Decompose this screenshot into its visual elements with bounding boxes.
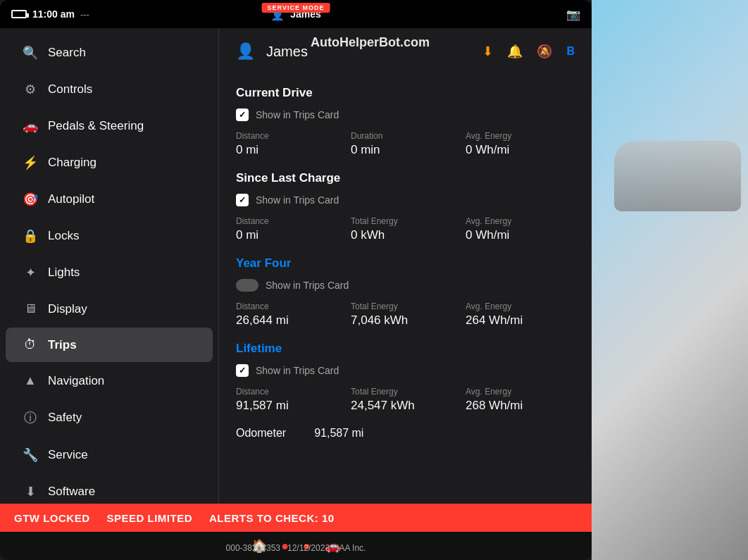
sidebar-label-pedals: Pedals & Steering — [48, 119, 144, 133]
download-icon: ⬇ — [482, 44, 493, 59]
current-drive-section: Current Drive Show in Trips Card Distanc… — [236, 86, 575, 157]
current-drive-checkbox[interactable] — [236, 108, 249, 121]
service-mode-badge: SERVICE MODE — [262, 3, 330, 13]
sidebar-label-controls: Controls — [48, 82, 92, 97]
yf-avg-energy-label: Avg. Energy — [466, 301, 575, 311]
year-four-toggle[interactable] — [236, 279, 258, 292]
slc-energy-value: 0 kWh — [351, 228, 460, 242]
sidebar-label-display: Display — [48, 302, 87, 316]
slc-avg-energy: Avg. Energy 0 Wh/mi — [466, 216, 575, 242]
yf-avg-energy: Avg. Energy 264 Wh/mi — [466, 301, 575, 328]
current-drive-distance-value: 0 mi — [236, 143, 345, 157]
sidebar: 🔍 Search ⚙ Controls 🚗 Pedals & Steering … — [0, 28, 218, 504]
sidebar-label-trips: Trips — [48, 338, 77, 352]
speed-alert: SPEED LIMITED — [107, 512, 193, 524]
sidebar-item-charging[interactable]: ⚡ Charging — [6, 145, 213, 180]
sidebar-label-service: Service — [48, 448, 88, 462]
sidebar-item-pedals[interactable]: 🚗 Pedals & Steering — [6, 108, 213, 144]
lt-avg-energy-value: 268 Wh/mi — [466, 399, 575, 413]
slc-energy-label: Total Energy — [351, 216, 460, 226]
lifetime-checkbox[interactable] — [236, 364, 249, 377]
since-last-charge-checkbox[interactable] — [236, 194, 249, 206]
sidebar-item-controls[interactable]: ⚙ Controls — [6, 72, 213, 107]
sidebar-item-trips[interactable]: ⏱ Trips — [6, 328, 213, 362]
current-drive-energy-label: Avg. Energy — [466, 131, 575, 141]
slc-avg-energy-label: Avg. Energy — [466, 216, 575, 226]
slc-avg-energy-value: 0 Wh/mi — [466, 228, 575, 242]
camera-icon: 📷 — [566, 8, 580, 21]
sidebar-item-service[interactable]: 🔧 Service — [6, 437, 213, 473]
since-last-charge-title: Since Last Charge — [236, 171, 575, 185]
locks-icon: 🔒 — [23, 228, 38, 244]
bell-icon: 🔔 — [507, 44, 523, 59]
battery-icon — [11, 10, 27, 18]
current-drive-duration: Duration 0 min — [351, 131, 460, 157]
yf-distance-value: 26,644 mi — [236, 313, 345, 328]
alerts-count: ALERTS TO CHECK: 10 — [209, 512, 335, 524]
year-four-checkbox-label: Show in Trips Card — [266, 280, 349, 291]
status-time: 11:00 am — [32, 8, 75, 20]
current-drive-energy-value: 0 Wh/mi — [466, 143, 575, 157]
slc-distance-label: Distance — [236, 216, 345, 226]
autopilot-icon: 🎯 — [23, 192, 38, 207]
current-drive-title: Current Drive — [236, 86, 575, 100]
sidebar-item-safety[interactable]: ⓘ Safety — [6, 399, 213, 436]
lt-energy: Total Energy 24,547 kWh — [351, 387, 460, 413]
sidebar-label-lights: Lights — [48, 266, 80, 280]
sidebar-label-search: Search — [48, 46, 86, 60]
alert-bar: GTW LOCKED SPEED LIMITED ALERTS TO CHECK… — [0, 504, 592, 532]
pedals-icon: 🚗 — [23, 118, 38, 134]
year-four-title: Year Four — [236, 256, 575, 270]
sidebar-label-software: Software — [48, 485, 95, 499]
sidebar-item-search[interactable]: 🔍 Search — [6, 35, 213, 70]
lt-distance-value: 91,587 mi — [236, 399, 345, 413]
controls-icon: ⚙ — [23, 82, 38, 97]
sidebar-item-display[interactable]: 🖥 Display — [6, 292, 213, 326]
current-drive-energy: Avg. Energy 0 Wh/mi — [466, 131, 575, 157]
slc-distance-value: 0 mi — [236, 228, 345, 242]
year-four-section: Year Four Show in Trips Card Distance 26… — [236, 256, 575, 328]
yf-distance: Distance 26,644 mi — [236, 301, 345, 328]
current-drive-duration-value: 0 min — [351, 143, 460, 157]
lifetime-stats: Distance 91,587 mi Total Energy 24,547 k… — [236, 387, 575, 413]
current-drive-stats: Distance 0 mi Duration 0 min Avg. Energy… — [236, 131, 575, 157]
odometer-row: Odometer 91,587 mi — [236, 427, 575, 440]
sidebar-item-navigation[interactable]: ▲ Navigation — [6, 363, 213, 398]
since-last-charge-checkbox-row[interactable]: Show in Trips Card — [236, 194, 575, 206]
yf-energy-label: Total Energy — [351, 301, 460, 311]
status-bar: 11:00 am --- SERVICE MODE 👤 James 📷 — [0, 0, 592, 28]
safety-icon: ⓘ — [23, 409, 38, 426]
odometer-value: 91,587 mi — [314, 427, 363, 440]
sidebar-label-charging: Charging — [48, 156, 96, 170]
user-avatar-icon: 👤 — [236, 42, 255, 61]
slc-distance: Distance 0 mi — [236, 216, 345, 242]
sidebar-item-lights[interactable]: ✦ Lights — [6, 255, 213, 290]
yf-distance-label: Distance — [236, 301, 345, 311]
yf-energy: Total Energy 7,046 kWh — [351, 301, 460, 328]
lt-avg-energy: Avg. Energy 268 Wh/mi — [466, 387, 575, 413]
year-four-checkbox-row[interactable]: Show in Trips Card — [236, 279, 575, 292]
service-icon: 🔧 — [23, 447, 38, 463]
watermark-label: AutoHelperBot.com — [311, 35, 430, 50]
navigation-icon: ▲ — [23, 373, 38, 388]
sidebar-label-navigation: Navigation — [48, 374, 104, 388]
main-content: 👤 James ⬇ 🔔 🔕 B Current Drive Show in Tr… — [218, 28, 592, 504]
sidebar-item-locks[interactable]: 🔒 Locks — [6, 218, 213, 254]
yf-avg-energy-value: 264 Wh/mi — [466, 313, 575, 328]
sidebar-item-software[interactable]: ⬇ Software — [6, 474, 213, 504]
current-drive-distance: Distance 0 mi — [236, 131, 345, 157]
header-icons: ⬇ 🔔 🔕 B — [482, 44, 575, 59]
current-drive-checkbox-row[interactable]: Show in Trips Card — [236, 108, 575, 121]
slc-energy: Total Energy 0 kWh — [351, 216, 460, 242]
yf-energy-value: 7,046 kWh — [351, 313, 460, 328]
current-drive-checkbox-label: Show in Trips Card — [256, 109, 339, 120]
display-icon: 🖥 — [23, 301, 38, 316]
lt-distance-label: Distance — [236, 387, 345, 397]
lights-icon: ✦ — [23, 265, 38, 280]
lifetime-section: Lifetime Show in Trips Card Distance 91,… — [236, 342, 575, 413]
lifetime-checkbox-row[interactable]: Show in Trips Card — [236, 364, 575, 377]
bluetooth-icon: B — [566, 45, 575, 58]
since-last-charge-checkbox-label: Show in Trips Card — [256, 194, 339, 206]
trips-icon: ⏱ — [23, 337, 38, 352]
sidebar-item-autopilot[interactable]: 🎯 Autopilot — [6, 182, 213, 217]
